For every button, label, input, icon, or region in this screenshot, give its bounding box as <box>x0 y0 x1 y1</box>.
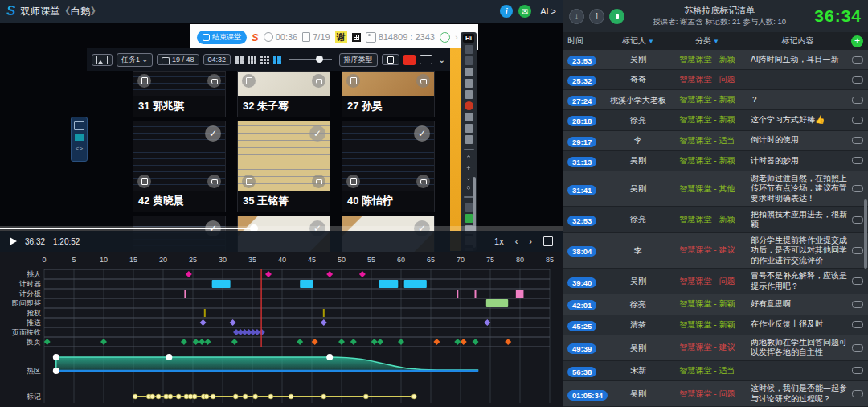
next-button[interactable]: › <box>529 236 532 246</box>
trash-icon[interactable] <box>137 175 151 188</box>
filter-category-icon[interactable]: ▼ <box>713 38 719 45</box>
student-tile[interactable]: 31 郭兆骐 <box>133 71 226 117</box>
clip-icon[interactable] <box>852 185 863 192</box>
filter-marker-icon[interactable]: ▼ <box>648 38 654 45</box>
record-stop-button[interactable] <box>403 55 416 65</box>
student-photo[interactable] <box>342 72 434 96</box>
student-photo[interactable]: ✓ <box>133 121 225 191</box>
collapse-icon[interactable]: ⌄ <box>439 56 445 64</box>
thumb-up-icon[interactable] <box>416 74 430 88</box>
marker-time-chip[interactable]: 28:18 <box>567 116 596 126</box>
marker-row[interactable]: 28:18徐亮智慧课堂 - 新颖这个学习方式好棒👍 <box>563 110 868 130</box>
clip-icon[interactable] <box>852 390 863 397</box>
clip-icon[interactable] <box>852 247 863 254</box>
grid-3x3-icon[interactable] <box>248 56 256 64</box>
trash-icon[interactable] <box>242 74 256 88</box>
cast-screen-icon[interactable] <box>420 55 432 64</box>
marker-row[interactable]: 01:05:34吴刚智慧课堂 - 问题这时候，我们是否能一起参与讨论研究的过程呢… <box>563 381 868 406</box>
student-photo[interactable] <box>133 72 225 96</box>
marker-time-chip[interactable]: 31:13 <box>567 157 596 167</box>
col-category[interactable]: 分类▼ <box>667 35 747 47</box>
ai-panel-toggle[interactable]: AI > <box>540 6 556 16</box>
fullscreen-icon[interactable] <box>543 236 553 246</box>
student-tile[interactable]: ✓35 王铭箐 <box>237 121 330 212</box>
marker-time-chip[interactable]: 27:24 <box>567 96 596 106</box>
message-icon[interactable]: ✉ <box>518 5 531 18</box>
gear-icon[interactable] <box>465 135 473 144</box>
col-marker[interactable]: 标记人▼ <box>609 35 667 47</box>
student-photo[interactable]: ✓ <box>342 121 434 191</box>
marker-time-chip[interactable]: 01:05:34 <box>567 390 608 401</box>
chevron-down-icon[interactable]: ⌄ <box>465 175 472 182</box>
expand-chevron-icon[interactable]: › <box>455 32 458 42</box>
marker-row[interactable]: 45:25清茶智慧课堂 - 新颖在作业反馈上很及时 <box>563 315 868 335</box>
student-photo[interactable] <box>238 72 330 96</box>
zoom-slider[interactable] <box>289 59 331 60</box>
clip-icon[interactable] <box>852 216 863 224</box>
marker-time-chip[interactable]: 56:38 <box>567 367 596 377</box>
marker-time-chip[interactable]: 23:53 <box>567 56 596 66</box>
mic-icon[interactable] <box>609 9 624 24</box>
marker-row[interactable]: 23:53吴刚智慧课堂 - 新颖AI跨时间互动，耳目一新 <box>563 50 868 69</box>
pen-icon[interactable] <box>465 68 473 76</box>
grid-2x2-icon[interactable] <box>235 56 244 64</box>
gallery-button[interactable] <box>92 54 113 66</box>
thumb-up-icon[interactable] <box>312 175 326 188</box>
side-mini-panel[interactable]: <> <box>71 117 88 162</box>
cloud-tool-icon[interactable] <box>465 56 473 65</box>
thumb-up-icon[interactable] <box>207 74 221 88</box>
thumb-up-icon[interactable] <box>207 175 221 188</box>
marker-row[interactable]: 49:39吴刚智慧课堂 - 建议两地教师在学生回答问题可以发挥各地的自主性 <box>563 335 868 360</box>
marker-row[interactable]: 38:04李智慧课堂 - 建议部分学生提前将作业提交成功后，是否可以对其他同学的… <box>563 233 868 269</box>
student-tile[interactable]: ✓40 陈怡柠 <box>342 121 435 212</box>
clip-icon[interactable] <box>852 157 863 164</box>
green-pen-icon[interactable] <box>465 214 473 223</box>
clip-icon[interactable] <box>852 76 863 84</box>
playback-speed[interactable]: 1x <box>494 236 504 246</box>
marker-time-chip[interactable]: 32:53 <box>567 216 596 226</box>
chevron-up-icon[interactable]: ⌃ <box>465 155 472 162</box>
student-tile[interactable]: 32 朱子骞 <box>237 71 330 117</box>
clip-icon[interactable] <box>852 321 863 328</box>
marker-row[interactable]: 25:32奇奇智慧课堂 - 问题 <box>563 70 868 89</box>
marker-time-chip[interactable]: 31:41 <box>567 185 596 195</box>
clip-icon[interactable] <box>852 56 863 64</box>
marker-row[interactable]: 31:41吴刚智慧课堂 - 其他谢老师过渡自然，在拍照上传环节有点冷场，建议布置… <box>563 171 868 207</box>
clip-icon[interactable] <box>852 278 863 285</box>
marker-time-chip[interactable]: 49:39 <box>567 343 596 354</box>
trash-icon[interactable] <box>346 74 360 88</box>
thumb-up-icon[interactable] <box>312 74 326 88</box>
trash-icon[interactable] <box>137 74 151 88</box>
lock-icon[interactable] <box>465 113 473 121</box>
play-button[interactable] <box>10 237 17 245</box>
magnifier-icon[interactable]: ○ <box>466 184 470 191</box>
thumb-up-icon[interactable] <box>416 175 430 188</box>
trash-icon[interactable] <box>346 175 360 188</box>
shape-tool-icon[interactable] <box>465 90 473 99</box>
marker-row[interactable]: 32:53徐亮智慧课堂 - 新颖把拍照技术应用进去，很新颖 <box>563 207 868 232</box>
grid-4x4-icon[interactable] <box>260 56 269 64</box>
task-dropdown[interactable]: 任务1 ⌄ <box>117 53 153 67</box>
clip-icon[interactable] <box>852 301 863 308</box>
hand-tool-icon[interactable] <box>465 203 473 212</box>
panel-scrollbar[interactable] <box>864 199 867 269</box>
marker-row[interactable]: 31:13吴刚智慧课堂 - 新颖计时器的妙用 <box>563 151 868 171</box>
clip-icon[interactable] <box>852 344 863 352</box>
marker-row[interactable]: 27:24桃溪小学大老板智慧课堂 - 新颖？ <box>563 90 868 109</box>
marker-time-chip[interactable]: 25:32 <box>567 76 596 86</box>
mic-tool-icon[interactable] <box>465 45 473 54</box>
clip-icon[interactable] <box>852 117 863 124</box>
marker-time-chip[interactable]: 39:40 <box>567 278 596 288</box>
likes-counter[interactable]: 19 / 48 <box>157 54 199 65</box>
eraser-icon[interactable] <box>465 101 473 110</box>
marker-row[interactable]: 39:40吴刚智慧课堂 - 问题冒号不是补充解释，应该是提示作用吧？ <box>563 269 868 294</box>
add-marker-button[interactable]: + <box>851 35 863 47</box>
marker-time-chip[interactable]: 38:04 <box>567 246 596 257</box>
sort-type-button[interactable]: 排序类型 <box>339 53 378 67</box>
participants-icon[interactable]: 1 <box>589 9 604 24</box>
prev-button[interactable]: ‹ <box>515 236 518 246</box>
code-toggle-icon[interactable]: <> <box>76 145 83 152</box>
marker-row[interactable]: 42:01徐亮智慧课堂 - 新颖好有意思啊 <box>563 294 868 314</box>
qr-code-icon[interactable] <box>352 33 361 42</box>
trash-icon[interactable] <box>242 175 256 188</box>
